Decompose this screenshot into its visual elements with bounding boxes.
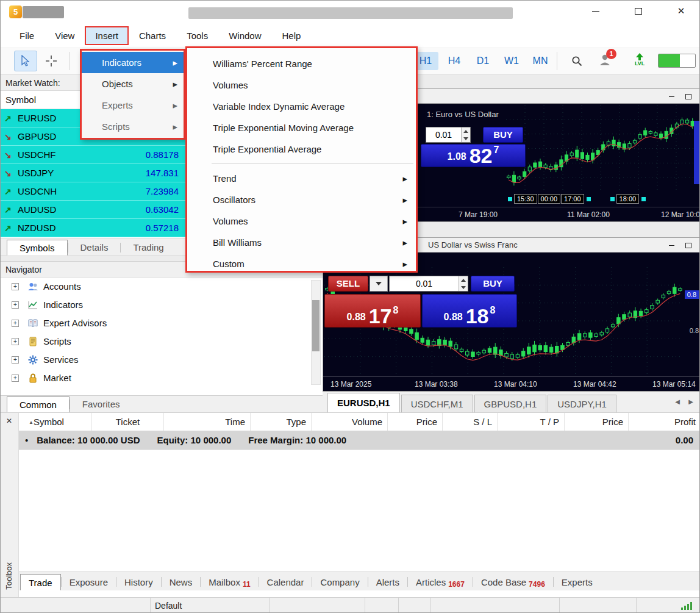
marker-handle-icon[interactable] <box>587 197 591 201</box>
toolbox-tab-history[interactable]: History <box>116 574 161 590</box>
menu-item-objects[interactable]: Objects <box>82 73 184 95</box>
expand-icon[interactable] <box>12 356 19 364</box>
lvl-indicator[interactable]: LVL <box>635 53 645 66</box>
menu-help[interactable]: Help <box>272 26 312 45</box>
volume-input[interactable]: 0.01 <box>426 127 471 143</box>
navigator-item-expert-advisors[interactable]: Expert Advisors <box>1 314 323 332</box>
menu-charts[interactable]: Charts <box>129 26 176 45</box>
column-price-current[interactable]: Price <box>565 413 629 431</box>
toolbox-tab-exposure[interactable]: Exposure <box>62 574 116 590</box>
buy-button[interactable]: BUY <box>471 276 515 292</box>
buy-button[interactable]: BUY <box>483 127 523 143</box>
submenu-item-volumes[interactable]: Volumes <box>187 74 416 96</box>
submenu-item-variable-index-dynamic-average[interactable]: Variable Index Dynamic Average <box>187 96 416 117</box>
marker-handle-icon[interactable] <box>641 197 646 201</box>
scrollbar-thumb[interactable] <box>312 300 320 351</box>
chart-maximize-button[interactable] <box>683 240 694 250</box>
column-price[interactable]: Price <box>388 413 443 431</box>
toolbox-tab-calendar[interactable]: Calendar <box>259 574 312 590</box>
toolbox-tab-articles[interactable]: Articles1667 <box>408 574 473 590</box>
expand-icon[interactable] <box>12 338 19 345</box>
navigator-item-scripts[interactable]: Scripts <box>1 332 323 351</box>
buy-price-display[interactable]: 1.08 82 7 <box>421 144 526 167</box>
submenu-group-volumes[interactable]: Volumes <box>187 210 416 232</box>
toolbox-tab-trade[interactable]: Trade <box>20 574 61 590</box>
submenu-item-triple-exponential-moving-average[interactable]: Triple Exponential Moving Average <box>187 117 416 138</box>
timeframe-mn[interactable]: MN <box>527 52 553 70</box>
column-sl[interactable]: S / L <box>443 413 498 431</box>
scroll-tabs-right-icon[interactable] <box>688 398 693 405</box>
expand-icon[interactable] <box>12 283 19 290</box>
scroll-tabs-left-icon[interactable] <box>675 398 680 405</box>
chart-tab-usdchf-m1[interactable]: USDCHF,M1 <box>401 395 473 412</box>
sell-price-display[interactable]: 0.88 17 8 <box>324 294 421 328</box>
sell-button[interactable]: SELL <box>328 276 368 292</box>
expand-icon[interactable] <box>12 301 19 309</box>
menu-item-indicators[interactable]: Indicators <box>82 52 184 73</box>
tab-details[interactable]: Details <box>68 240 121 256</box>
menu-item-experts[interactable]: Experts <box>82 95 184 116</box>
submenu-item-triple-exponential-average[interactable]: Triple Exponential Average <box>187 138 416 160</box>
chart-tab-gbpusd-h1[interactable]: GBPUSD,H1 <box>474 395 547 412</box>
column-type[interactable]: Type <box>251 413 312 431</box>
tab-symbols[interactable]: Symbols <box>7 240 68 256</box>
menu-item-scripts[interactable]: Scripts <box>82 116 184 137</box>
column-ticket[interactable]: Ticket <box>92 413 164 431</box>
navigator-scrollbar[interactable] <box>311 280 321 385</box>
minimize-button[interactable] <box>581 1 610 21</box>
navigator-item-market[interactable]: Market <box>1 369 323 387</box>
menu-window[interactable]: Window <box>218 26 271 45</box>
navigator-item-indicators[interactable]: Indicators <box>1 296 323 314</box>
search-button[interactable] <box>565 51 588 71</box>
timeframe-d1[interactable]: D1 <box>470 52 496 70</box>
submenu-group-bill-williams[interactable]: Bill Williams <box>187 232 416 253</box>
column-time[interactable]: Time <box>164 413 251 431</box>
chart-minimize-button[interactable] <box>666 240 677 250</box>
crosshair-tool-button[interactable] <box>40 51 63 71</box>
volume-input[interactable]: 0.01 <box>389 276 468 292</box>
navigator-item-services[interactable]: Services <box>1 351 323 369</box>
profile-selector[interactable]: Default <box>155 598 182 613</box>
volume-spinner[interactable] <box>461 127 470 142</box>
tab-common[interactable]: Common <box>7 396 70 412</box>
menu-insert[interactable]: Insert <box>85 26 129 45</box>
column-profit[interactable]: Profit <box>629 413 700 431</box>
marker-handle-icon[interactable] <box>610 197 615 201</box>
marker-handle-icon[interactable] <box>508 197 512 201</box>
order-type-dropdown[interactable] <box>370 276 388 292</box>
toolbox-tab-code-base[interactable]: Code Base7496 <box>473 574 553 590</box>
toolbox-tab-news[interactable]: News <box>162 574 201 590</box>
tab-favorites[interactable]: Favorites <box>70 396 132 412</box>
menu-file[interactable]: File <box>9 26 45 45</box>
toolbox-tab-experts[interactable]: Experts <box>554 574 601 590</box>
expand-icon[interactable] <box>12 320 19 327</box>
tab-trading[interactable]: Trading <box>121 240 176 256</box>
buy-price-display[interactable]: 0.88 18 8 <box>422 294 517 328</box>
volume-spinner[interactable] <box>459 276 468 291</box>
submenu-group-custom[interactable]: Custom <box>187 253 416 274</box>
expand-icon[interactable] <box>12 375 19 382</box>
maximize-button[interactable] <box>624 1 653 21</box>
column-tp[interactable]: T / P <box>498 413 565 431</box>
chart2-time-axis[interactable]: 13 Mar 2025 13 Mar 03:38 13 Mar 04:10 13… <box>323 376 700 391</box>
titlebar[interactable] <box>1 1 700 24</box>
navigator-item-accounts[interactable]: Accounts <box>1 278 323 296</box>
column-symbol[interactable]: Symbol <box>19 413 92 431</box>
menu-tools[interactable]: Tools <box>176 26 218 45</box>
column-volume[interactable]: Volume <box>312 413 388 431</box>
close-panel-icon[interactable] <box>6 417 12 425</box>
cursor-tool-button[interactable] <box>14 51 37 71</box>
timeframe-w1[interactable]: W1 <box>499 52 524 70</box>
submenu-item-williams-percent-range[interactable]: Williams' Percent Range <box>187 53 416 74</box>
toolbox-tab-company[interactable]: Company <box>312 574 367 590</box>
chart-tab-usdjpy-h1[interactable]: USDJPY,H1 <box>548 395 616 412</box>
submenu-group-oscillators[interactable]: Oscillators <box>187 189 416 210</box>
chart-maximize-button[interactable] <box>683 91 694 101</box>
toolbox-tab-mailbox[interactable]: Mailbox11 <box>201 574 258 590</box>
timeframe-h4[interactable]: H4 <box>441 52 467 70</box>
submenu-group-trend[interactable]: Trend <box>187 168 416 189</box>
chart-tab-eurusd-h1[interactable]: EURUSD,H1 <box>327 393 400 412</box>
menu-view[interactable]: View <box>45 26 85 45</box>
chart-minimize-button[interactable] <box>666 91 677 101</box>
toolbox-tab-alerts[interactable]: Alerts <box>368 574 407 590</box>
